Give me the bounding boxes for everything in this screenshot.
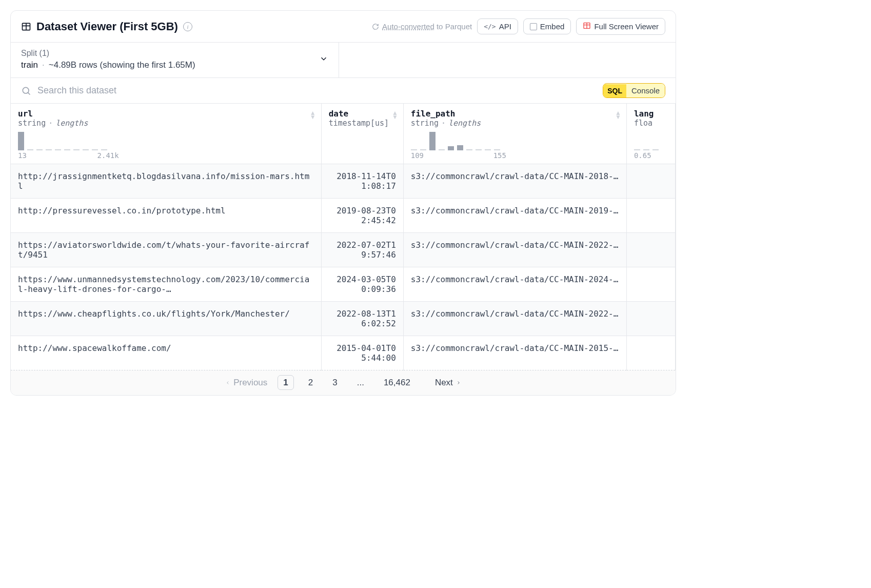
page-number[interactable]: 16,462 <box>379 376 415 389</box>
split-name: train <box>21 60 38 70</box>
column-header-lang[interactable]: lang floa 0.65 <box>626 104 675 164</box>
header: Dataset Viewer (First 5GB) i Auto-conver… <box>11 11 676 43</box>
column-header-filepath[interactable]: file_path string·lengths ▲▼ 109155 <box>403 104 626 164</box>
table-icon <box>21 22 31 32</box>
page-number[interactable]: 2 <box>303 376 318 389</box>
cell-filepath: s3://commoncrawl/crawl-data/CC-MAIN-2022… <box>403 302 626 336</box>
cell-url: https://www.unmannedsystemstechnology.co… <box>11 267 321 302</box>
cell-date: 2015-04-01T05:44:00 <box>321 336 403 370</box>
page-ellipsis: ... <box>352 376 369 389</box>
svg-point-6 <box>23 87 29 93</box>
dataset-viewer-panel: Dataset Viewer (First 5GB) i Auto-conver… <box>10 10 676 396</box>
histogram <box>411 131 619 150</box>
table-row[interactable]: http://pressurevessel.co.in/prototype.ht… <box>11 199 676 233</box>
fullscreen-button[interactable]: Full Screen Viewer <box>576 18 665 35</box>
table-row[interactable]: https://www.unmannedsystemstechnology.co… <box>11 267 676 302</box>
sort-icon: ▲▼ <box>392 111 398 119</box>
cell-url: http://pressurevessel.co.in/prototype.ht… <box>11 199 321 233</box>
column-header-url[interactable]: url string·lengths ▲▼ 132.41k <box>11 104 321 164</box>
cell-url: https://www.cheapflights.co.uk/flights/Y… <box>11 302 321 336</box>
search-icon <box>21 86 31 96</box>
next-button[interactable]: Next <box>435 378 461 388</box>
cell-date: 2022-08-13T16:02:52 <box>321 302 403 336</box>
fullscreen-icon <box>583 22 591 31</box>
copy-icon <box>530 23 537 30</box>
chevron-right-icon <box>456 379 461 386</box>
cell-date: 2024-03-05T00:09:36 <box>321 267 403 302</box>
api-button[interactable]: </> API <box>477 18 518 34</box>
embed-button[interactable]: Embed <box>523 18 571 34</box>
cell-filepath: s3://commoncrawl/crawl-data/CC-MAIN-2018… <box>403 164 626 199</box>
cell-url: http://jrassignmentketq.blogdasilvana.in… <box>11 164 321 199</box>
cell-lang <box>626 164 675 199</box>
code-icon: </> <box>484 23 496 30</box>
sql-console-button[interactable]: SQL Console <box>603 83 665 98</box>
split-selector[interactable]: Split (1) train·~4.89B rows (showing the… <box>11 43 339 77</box>
cell-lang <box>626 302 675 336</box>
sort-icon: ▲▼ <box>615 111 621 119</box>
split-label: Split (1) <box>21 49 328 58</box>
table-row[interactable]: https://www.cheapflights.co.uk/flights/Y… <box>11 302 676 336</box>
page-title: Dataset Viewer (First 5GB) <box>36 20 178 33</box>
column-header-date[interactable]: date timestamp[us] ▲▼ <box>321 104 403 164</box>
cell-filepath: s3://commoncrawl/crawl-data/CC-MAIN-2024… <box>403 267 626 302</box>
auto-converted-link[interactable]: Auto-converted to Parquet <box>372 22 472 31</box>
cell-lang <box>626 199 675 233</box>
info-icon[interactable]: i <box>183 22 192 31</box>
search-input[interactable] <box>37 85 597 96</box>
cell-lang <box>626 336 675 370</box>
cell-filepath: s3://commoncrawl/crawl-data/CC-MAIN-2019… <box>403 199 626 233</box>
cell-date: 2022-07-02T19:57:46 <box>321 233 403 267</box>
cell-lang <box>626 267 675 302</box>
histogram <box>18 131 314 150</box>
pagination: Previous 123...16,462 Next <box>11 370 676 395</box>
table-row[interactable]: http://jrassignmentketq.blogdasilvana.in… <box>11 164 676 199</box>
cell-filepath: s3://commoncrawl/crawl-data/CC-MAIN-2015… <box>403 336 626 370</box>
cell-url: https://aviatorsworldwide.com/t/whats-yo… <box>11 233 321 267</box>
cell-lang <box>626 233 675 267</box>
page-number[interactable]: 1 <box>278 375 293 390</box>
data-table: url string·lengths ▲▼ 132.41k date times… <box>11 104 676 370</box>
cell-date: 2019-08-23T02:45:42 <box>321 199 403 233</box>
cell-date: 2018-11-14T01:08:17 <box>321 164 403 199</box>
split-rows: ~4.89B rows (showing the first 1.65M) <box>49 60 195 70</box>
table-row[interactable]: http://www.spacewalkoffame.com/2015-04-0… <box>11 336 676 370</box>
svg-line-7 <box>28 92 30 94</box>
histogram <box>634 131 668 150</box>
refresh-icon <box>372 23 379 30</box>
table-row[interactable]: https://aviatorsworldwide.com/t/whats-yo… <box>11 233 676 267</box>
previous-button[interactable]: Previous <box>225 378 267 388</box>
search-row: SQL Console <box>11 78 676 104</box>
chevron-left-icon <box>225 379 230 386</box>
cell-filepath: s3://commoncrawl/crawl-data/CC-MAIN-2022… <box>403 233 626 267</box>
cell-url: http://www.spacewalkoffame.com/ <box>11 336 321 370</box>
chevron-down-icon <box>319 54 328 66</box>
sort-icon: ▲▼ <box>310 111 316 119</box>
page-number[interactable]: 3 <box>327 376 342 389</box>
split-selector-row: Split (1) train·~4.89B rows (showing the… <box>11 43 676 78</box>
